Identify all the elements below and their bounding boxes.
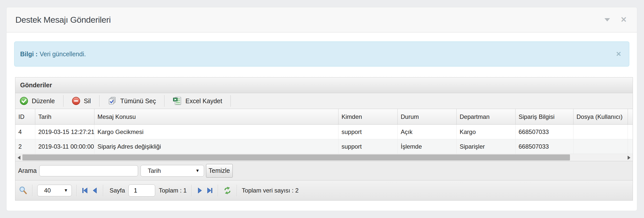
table-row[interactable]: 2 2019-03-11 00:00:00 Sipariş Adres deği… [15,139,633,154]
column-header-kimden[interactable]: Kimden [338,109,398,124]
pager-bar: 40 ▼ Sayfa Toplam : 1 [15,180,633,200]
first-page-button[interactable] [82,187,88,194]
select-all-button-label: Tümünü Seç [120,97,156,105]
table-header-row: ID Tarih Mesaj Konusu Kimden Durum Depar… [15,109,633,125]
delete-icon [72,97,80,105]
dropdown-arrow-icon: ▼ [195,168,200,173]
toolbar-divider [230,95,231,107]
column-header-mesaj-konusu[interactable]: Mesaj Konusu [94,109,338,124]
edit-button[interactable]: Düzenle [19,97,56,105]
panel-close-icon[interactable]: ✕ [621,16,627,23]
column-header-id[interactable]: ID [15,109,35,124]
page-size-selected: 40 [44,187,51,194]
total-pages-label: Toplam : 1 [159,187,187,194]
cell-kimden: support [338,125,398,139]
page-size-select[interactable]: 40 ▼ [37,185,72,196]
column-header-durum[interactable]: Durum [398,109,457,124]
cell-tarih: 2019-03-15 12:27:21 [35,125,94,139]
pager-divider [32,185,32,196]
select-all-button[interactable]: Tümünü Seç [107,96,157,105]
pager-divider [77,185,77,196]
dropdown-arrow-icon: ▼ [64,188,68,193]
cell-mesaj-konusu: Sipariş Adres değişikliği [94,139,338,154]
cell-durum: İşlemde [398,139,457,154]
next-page-button[interactable] [196,187,203,194]
page-title: Destek Mesajı Gönderileri [15,15,111,25]
edit-button-label: Düzenle [32,97,55,105]
search-input[interactable] [39,165,138,176]
search-field-selected: Tarih [148,167,161,174]
excel-export-button-label: Excel Kaydet [185,97,222,105]
cell-tarih: 2019-03-11 00:00:00 [35,139,94,154]
cell-dosya [573,125,628,139]
select-all-icon [108,96,117,105]
cell-durum: Açık [398,125,457,139]
collapse-chevron-down-icon[interactable] [604,18,610,21]
clear-button[interactable]: Temizle [206,164,233,178]
panel-header: Destek Mesajı Gönderileri ✕ [7,7,637,33]
last-page-button[interactable] [207,187,213,194]
cell-id: 2 [15,139,35,154]
cell-mesaj-konusu: Kargo Gecikmesi [94,125,338,139]
scroll-right-arrow-icon[interactable] [628,156,630,160]
alert-close-icon[interactable]: ✕ [616,50,621,58]
cell-siparis-bilgisi: 668507033 [516,125,573,139]
pager-divider [218,185,218,196]
search-magnifier-icon[interactable] [19,186,27,195]
search-field-select[interactable]: Tarih ▼ [141,165,204,177]
grid-caption: Gönderiler [15,77,633,93]
support-messages-panel: Destek Mesajı Gönderileri ✕ Bilgi : Veri… [6,7,637,211]
delete-button[interactable]: Sil [71,97,92,105]
scroll-left-arrow-icon[interactable] [18,156,20,160]
row-spacer [628,125,633,139]
panel-tools: ✕ [604,16,627,23]
cell-dosya [573,139,628,154]
toolbar-divider [164,95,164,107]
header-spacer [628,109,633,124]
search-label: Arama [18,167,37,174]
edit-accept-icon [20,97,28,105]
column-header-departman[interactable]: Departman [457,109,516,124]
delete-button-label: Sil [84,97,91,105]
column-header-siparis-bilgisi[interactable]: Sipariş Bilgisi [516,109,573,124]
excel-icon [173,96,182,105]
pager-divider [103,185,103,196]
toolbar-divider [99,95,99,107]
page-number-input[interactable] [128,184,155,197]
cell-departman: Kargo [457,125,516,139]
search-toolbar: Arama Tarih ▼ Temizle [15,161,633,180]
alert-title: Bilgi : [20,50,38,58]
cell-kimden: support [338,139,398,154]
table-row[interactable]: 4 2019-03-15 12:27:21 Kargo Gecikmesi su… [15,125,633,139]
page-label: Sayfa [110,187,125,194]
record-count-label: Toplam veri sayısı : 2 [242,187,298,194]
toolbar-divider [63,95,63,107]
info-alert: Bilgi : Veri güncellendi. ✕ [14,41,629,67]
scrollbar-thumb[interactable] [22,154,570,160]
submissions-grid: Gönderiler Düzenle [15,77,633,201]
previous-page-button[interactable] [92,187,98,194]
grid-toolbar: Düzenle Sil [15,93,633,109]
pager-divider [191,185,192,196]
cell-departman: Siparişler [457,139,516,154]
alert-message: Veri güncellendi. [40,50,86,58]
row-spacer [628,139,633,154]
horizontal-scrollbar[interactable] [15,154,633,161]
cell-siparis-bilgisi: 668507033 [516,139,573,154]
pager-divider [237,185,237,196]
cell-id: 4 [15,125,35,139]
column-header-dosya[interactable]: Dosya (Kullanıcı) [573,109,628,124]
column-header-tarih[interactable]: Tarih [35,109,94,124]
refresh-icon[interactable] [223,186,232,195]
excel-export-button[interactable]: Excel Kaydet [172,96,223,105]
